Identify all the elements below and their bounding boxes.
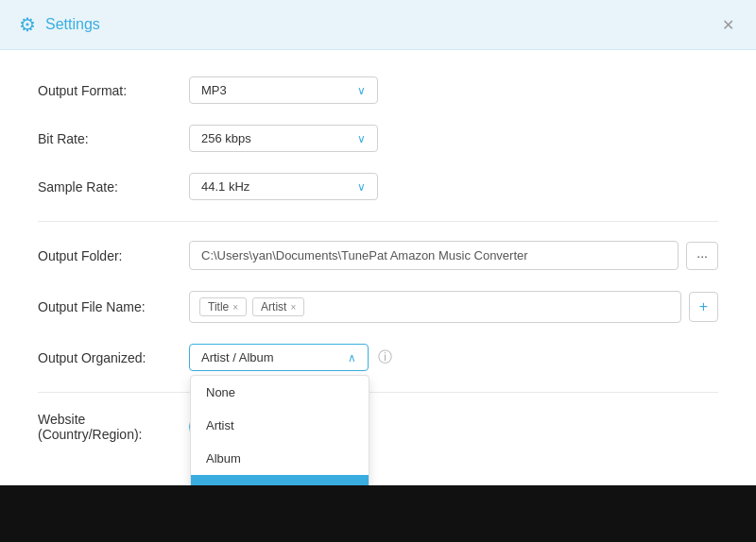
folder-row: ··· (189, 241, 718, 270)
browse-button[interactable]: ··· (686, 242, 718, 270)
organized-select-value: Artist / Album (201, 350, 274, 364)
website-label: Website (Country/Region): (38, 412, 189, 442)
add-tag-button[interactable]: + (689, 292, 718, 322)
chevron-up-icon: ∧ (348, 351, 356, 364)
organized-row: Artist / Album ∧ None Artist Album Artis… (189, 344, 718, 371)
output-organized-control: Artist / Album ∧ None Artist Album Artis… (189, 344, 718, 371)
organized-dropdown: None Artist Album Artist / Album Album /… (190, 375, 369, 485)
tag-artist-text: Artist (261, 300, 286, 313)
output-filename-control: Title × Artist × + (189, 291, 718, 323)
dropdown-item-artist[interactable]: Artist (191, 409, 369, 442)
chevron-down-icon: ∨ (357, 132, 366, 145)
sample-rate-label: Sample Rate: (38, 179, 189, 195)
settings-content: Output Format: MP3 ∨ Bit Rate: 256 kbps … (0, 50, 756, 485)
dropdown-item-artist-album[interactable]: Artist / Album (191, 475, 369, 485)
bit-rate-select[interactable]: 256 kbps ∨ (189, 125, 378, 152)
titlebar-left: ⚙ Settings (19, 13, 100, 36)
tag-title: Title × (199, 297, 247, 316)
sample-rate-row: Sample Rate: 44.1 kHz ∨ (38, 173, 718, 200)
bit-rate-label: Bit Rate: (38, 131, 189, 146)
output-folder-input[interactable] (189, 241, 679, 270)
sample-rate-select[interactable]: 44.1 kHz ∨ (189, 173, 378, 200)
sample-rate-control: 44.1 kHz ∨ (189, 173, 718, 200)
dropdown-item-album[interactable]: Album (191, 442, 369, 475)
info-icon[interactable]: ⓘ (378, 348, 392, 366)
bottom-bar (0, 485, 756, 542)
titlebar: ⚙ Settings ✕ (0, 0, 756, 50)
settings-dialog: ⚙ Settings ✕ Output Format: MP3 ∨ Bit Ra… (0, 0, 756, 542)
tag-title-text: Title (208, 300, 229, 313)
output-format-value: MP3 (201, 83, 227, 97)
output-folder-label: Output Folder: (38, 248, 189, 263)
close-button[interactable]: ✕ (718, 15, 737, 34)
output-format-label: Output Format: (38, 83, 189, 98)
output-format-select[interactable]: MP3 ∨ (189, 76, 378, 104)
organized-select[interactable]: Artist / Album ∧ None Artist Album Artis… (189, 344, 369, 371)
bit-rate-value: 256 kbps (201, 131, 251, 145)
output-folder-control: ··· (189, 241, 718, 270)
bit-rate-control: 256 kbps ∨ (189, 125, 718, 152)
sample-rate-value: 44.1 kHz (201, 179, 249, 194)
filename-row: Title × Artist × + (189, 291, 718, 323)
output-organized-label: Output Organized: (38, 344, 189, 365)
tag-artist: Artist × (252, 297, 304, 316)
tag-artist-remove[interactable]: × (290, 302, 296, 313)
divider-1 (38, 221, 718, 222)
bit-rate-row: Bit Rate: 256 kbps ∨ (38, 125, 718, 152)
output-filename-label: Output File Name: (38, 299, 189, 314)
chevron-down-icon: ∨ (357, 180, 366, 194)
gear-icon: ⚙ (19, 13, 36, 36)
chevron-down-icon: ∨ (357, 84, 366, 97)
filename-tags-container: Title × Artist × (189, 291, 681, 323)
dialog-title: Settings (45, 16, 100, 33)
divider-2 (38, 392, 718, 393)
tag-title-remove[interactable]: × (232, 302, 238, 313)
output-organized-row: Output Organized: Artist / Album ∧ None … (38, 344, 718, 371)
dropdown-item-none[interactable]: None (191, 376, 369, 409)
output-filename-row: Output File Name: Title × Artist × + (38, 291, 718, 323)
output-format-row: Output Format: MP3 ∨ (38, 76, 718, 104)
output-folder-row: Output Folder: ··· (38, 241, 718, 270)
website-row: Website (Country/Region): Choose (38, 412, 718, 442)
output-format-control: MP3 ∨ (189, 76, 718, 104)
